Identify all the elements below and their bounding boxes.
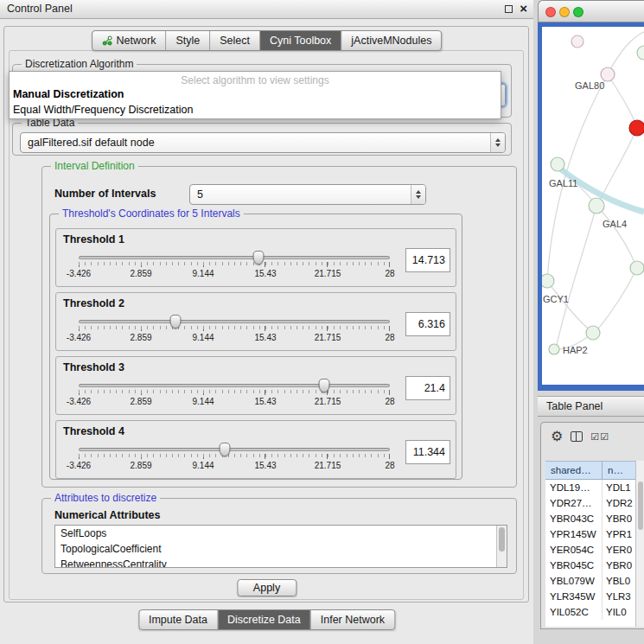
table-cell[interactable]: YBL079W: [545, 573, 603, 589]
attributes-list[interactable]: SelfLoops TopologicalCoefficient Between…: [54, 525, 507, 568]
restore-icon[interactable]: [505, 5, 513, 13]
threshold-4-slider[interactable]: -3.426 2.859 9.144 15.43 21.715 28: [79, 442, 390, 475]
table-row[interactable]: YPR145W YPR1: [545, 526, 637, 542]
tab-select[interactable]: Select: [210, 31, 260, 50]
network-node-hap2[interactable]: [549, 344, 559, 354]
list-item[interactable]: BetweennessCentrality: [55, 557, 507, 568]
table-panel-title: Table Panel: [546, 400, 603, 412]
list-item[interactable]: TopologicalCoefficient: [55, 541, 507, 557]
network-node[interactable]: [586, 326, 600, 340]
dropdown-item-manual-discretization[interactable]: Manual Discretization: [10, 86, 501, 102]
dropdown-item-equal-width-frequency[interactable]: Equal Width/Frequency Discretization: [10, 102, 501, 118]
table-row[interactable]: YBR045C YBR0: [545, 558, 637, 573]
table-row[interactable]: YIL052C YIL0: [545, 604, 637, 620]
up-down-arrows-icon[interactable]: [411, 185, 425, 204]
network-graph: GAL80 GAL11 GAL4 GCY1 HAP2: [542, 27, 644, 385]
network-canvas[interactable]: GAL80 GAL11 GAL4 GCY1 HAP2: [542, 27, 644, 385]
slider-scale: -3.426 2.859 9.144 15.43 21.715 28: [79, 461, 390, 471]
tab-infer-network[interactable]: Infer Network: [311, 610, 394, 629]
list-scrollbar[interactable]: [496, 526, 507, 567]
slider-thumb[interactable]: [319, 379, 330, 392]
table-cell[interactable]: YIL052C: [545, 604, 603, 620]
node-label: HAP2: [563, 345, 588, 355]
columns-icon[interactable]: [571, 431, 583, 442]
up-down-arrows-icon[interactable]: [490, 133, 505, 152]
minimize-light[interactable]: [559, 7, 570, 17]
table-cell[interactable]: YBL0: [603, 573, 637, 589]
tab-style[interactable]: Style: [166, 31, 210, 50]
tab-discretize-data[interactable]: Discretize Data: [218, 610, 311, 629]
red-node[interactable]: [629, 120, 644, 136]
table-scrollbar[interactable]: [635, 461, 644, 627]
table-row[interactable]: YBR043C YBR0: [545, 511, 637, 526]
scrollbar-thumb[interactable]: [638, 481, 643, 530]
close-icon[interactable]: [520, 1, 527, 16]
column-header[interactable]: n…: [603, 462, 637, 479]
threshold-4-value[interactable]: 11.344: [405, 440, 450, 464]
tab-network[interactable]: Network: [92, 31, 167, 50]
table-cell[interactable]: YDR27…: [545, 495, 603, 511]
table-cell[interactable]: YDR2: [603, 495, 637, 511]
network-node-gal11[interactable]: [551, 157, 564, 171]
slider-track[interactable]: [79, 384, 390, 387]
table-cell[interactable]: YDL19…: [545, 480, 603, 495]
apply-button[interactable]: Apply: [237, 579, 296, 596]
threshold-2-slider[interactable]: -3.426 2.859 9.144 15.43 21.715 28: [79, 314, 390, 347]
table-cell[interactable]: YBR045C: [545, 558, 603, 573]
table-row[interactable]: YLR345W YLR3: [545, 589, 637, 604]
tab-impute-data[interactable]: Impute Data: [139, 610, 218, 629]
network-selection-frame: GAL80 GAL11 GAL4 GCY1 HAP2: [538, 22, 644, 391]
network-node-gal4[interactable]: [589, 198, 604, 214]
table-row[interactable]: YBL079W YBL0: [545, 573, 637, 589]
network-window-titlebar[interactable]: [538, 0, 644, 22]
list-item[interactable]: SelfLoops: [55, 526, 507, 541]
table-cell[interactable]: YER054C: [545, 542, 603, 558]
slider-scale: -3.426 2.859 9.144 15.43 21.715 28: [79, 333, 390, 343]
number-of-intervals-value: 5: [190, 185, 411, 204]
tab-cyni-toolbox[interactable]: Cyni Toolbox: [260, 31, 341, 50]
table-cell[interactable]: YER0: [603, 542, 637, 558]
window-titlebar[interactable]: Control Panel: [0, 0, 533, 19]
number-of-intervals-combo[interactable]: 5: [189, 184, 426, 205]
tab-label: Style: [175, 35, 200, 47]
network-node-gcy1[interactable]: [542, 274, 554, 288]
network-node-gal80[interactable]: [601, 67, 615, 81]
slider-thumb[interactable]: [252, 251, 264, 265]
table-cell[interactable]: YLR345W: [545, 589, 603, 604]
table-data-combo[interactable]: galFiltered.sif default node: [20, 132, 506, 153]
slider-thumb[interactable]: [169, 315, 181, 328]
table-cell[interactable]: YBR043C: [545, 511, 603, 526]
table-row[interactable]: YDL19… YDL1: [545, 480, 637, 495]
table-cell[interactable]: YBR0: [603, 558, 637, 573]
threshold-1-slider[interactable]: -3.426 2.859 9.144 15.43 21.715 28: [79, 250, 390, 283]
threshold-2-value[interactable]: 6.316: [405, 312, 450, 336]
column-header[interactable]: shared…: [545, 462, 603, 479]
network-node[interactable]: [630, 261, 644, 275]
close-light[interactable]: [545, 7, 556, 17]
threshold-3-slider[interactable]: -3.426 2.859 9.144 15.43 21.715 28: [79, 378, 390, 411]
dropdown-placeholder: Select algorithm to view settings: [10, 72, 501, 86]
slider-thumb[interactable]: [220, 443, 231, 456]
table-cell[interactable]: YPR1: [603, 526, 637, 542]
slider-track[interactable]: [79, 256, 390, 259]
threshold-1-value[interactable]: 14.713: [405, 248, 450, 272]
slider-minor-ticks: [79, 262, 390, 265]
scrollbar-thumb[interactable]: [499, 527, 505, 552]
checkbox-icons[interactable]: [590, 432, 609, 442]
table-panel-header[interactable]: Table Panel: [538, 396, 644, 417]
zoom-light[interactable]: [573, 7, 583, 17]
slider-track[interactable]: [79, 320, 390, 323]
network-node[interactable]: [637, 46, 644, 60]
table-row[interactable]: YDR27… YDR2: [545, 495, 637, 511]
table-cell[interactable]: YDL1: [603, 480, 637, 495]
slider-track[interactable]: [79, 448, 390, 451]
gear-icon[interactable]: [551, 430, 563, 443]
table-cell[interactable]: YLR3: [603, 589, 637, 604]
table-row[interactable]: YER054C YER0: [545, 542, 637, 558]
threshold-3-value[interactable]: 21.4: [405, 376, 450, 400]
network-node[interactable]: [571, 35, 583, 48]
tab-jactivemnodules[interactable]: jActiveMNodules: [341, 31, 441, 50]
table-cell[interactable]: YIL0: [603, 604, 637, 620]
table-cell[interactable]: YPR145W: [545, 526, 603, 542]
table-cell[interactable]: YBR0: [603, 511, 637, 526]
